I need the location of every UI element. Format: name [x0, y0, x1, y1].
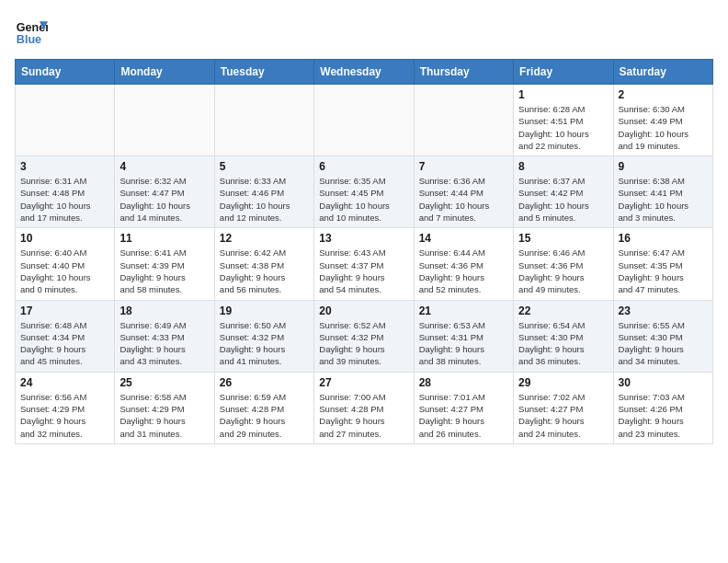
- day-info: Sunrise: 6:49 AMSunset: 4:33 PMDaylight:…: [119, 319, 209, 368]
- day-number: 5: [220, 160, 309, 173]
- day-number: 8: [518, 160, 608, 173]
- calendar-cell: 16Sunrise: 6:47 AMSunset: 4:35 PMDayligh…: [613, 228, 712, 300]
- day-info: Sunrise: 7:03 AMSunset: 4:26 PMDaylight:…: [619, 391, 708, 440]
- day-header-tuesday: Tuesday: [214, 60, 313, 85]
- calendar-cell: 19Sunrise: 6:50 AMSunset: 4:32 PMDayligh…: [214, 300, 313, 372]
- calendar-cell: 5Sunrise: 6:33 AMSunset: 4:46 PMDaylight…: [214, 156, 313, 228]
- day-number: 23: [619, 304, 708, 317]
- day-info: Sunrise: 6:50 AMSunset: 4:32 PMDaylight:…: [220, 319, 309, 368]
- day-number: 17: [20, 304, 109, 317]
- calendar-week-4: 24Sunrise: 6:56 AMSunset: 4:29 PMDayligh…: [16, 372, 713, 443]
- day-header-monday: Monday: [115, 60, 214, 85]
- day-header-sunday: Sunday: [16, 60, 115, 85]
- calendar-cell: [214, 85, 313, 156]
- day-info: Sunrise: 6:58 AMSunset: 4:29 PMDaylight:…: [119, 391, 209, 440]
- calendar-cell: 17Sunrise: 6:48 AMSunset: 4:34 PMDayligh…: [16, 300, 115, 372]
- day-number: 16: [619, 232, 708, 245]
- day-info: Sunrise: 7:00 AMSunset: 4:28 PMDaylight:…: [319, 391, 408, 440]
- day-number: 30: [619, 376, 708, 389]
- day-number: 14: [419, 232, 508, 245]
- calendar-cell: 24Sunrise: 6:56 AMSunset: 4:29 PMDayligh…: [16, 372, 115, 443]
- calendar-cell: 22Sunrise: 6:54 AMSunset: 4:30 PMDayligh…: [514, 300, 613, 372]
- calendar-week-2: 10Sunrise: 6:40 AMSunset: 4:40 PMDayligh…: [16, 228, 713, 300]
- day-number: 26: [220, 376, 309, 389]
- day-info: Sunrise: 6:38 AMSunset: 4:41 PMDaylight:…: [619, 175, 708, 224]
- day-number: 9: [619, 160, 708, 173]
- calendar-cell: [115, 85, 214, 156]
- calendar-cell: 13Sunrise: 6:43 AMSunset: 4:37 PMDayligh…: [314, 228, 414, 300]
- page-header: General Blue: [15, 15, 713, 48]
- calendar-cell: 2Sunrise: 6:30 AMSunset: 4:49 PMDaylight…: [613, 85, 712, 156]
- calendar-cell: 26Sunrise: 6:59 AMSunset: 4:28 PMDayligh…: [214, 372, 313, 443]
- calendar-cell: 18Sunrise: 6:49 AMSunset: 4:33 PMDayligh…: [115, 300, 214, 372]
- day-number: 4: [119, 160, 209, 173]
- calendar-cell: 7Sunrise: 6:36 AMSunset: 4:44 PMDaylight…: [414, 156, 513, 228]
- calendar-header-row: SundayMondayTuesdayWednesdayThursdayFrid…: [16, 60, 713, 85]
- calendar-cell: 1Sunrise: 6:28 AMSunset: 4:51 PMDaylight…: [514, 85, 613, 156]
- day-info: Sunrise: 6:59 AMSunset: 4:28 PMDaylight:…: [220, 391, 309, 440]
- day-info: Sunrise: 6:55 AMSunset: 4:30 PMDaylight:…: [619, 319, 708, 368]
- logo: General Blue: [15, 15, 48, 48]
- day-number: 21: [419, 304, 508, 317]
- day-number: 12: [220, 232, 309, 245]
- day-info: Sunrise: 6:28 AMSunset: 4:51 PMDaylight:…: [518, 103, 608, 152]
- day-header-friday: Friday: [514, 60, 613, 85]
- day-header-saturday: Saturday: [613, 60, 712, 85]
- day-number: 19: [220, 304, 309, 317]
- day-header-wednesday: Wednesday: [314, 60, 414, 85]
- day-info: Sunrise: 6:32 AMSunset: 4:47 PMDaylight:…: [119, 175, 209, 224]
- calendar-cell: [314, 85, 414, 156]
- calendar-cell: 6Sunrise: 6:35 AMSunset: 4:45 PMDaylight…: [314, 156, 414, 228]
- day-number: 6: [319, 160, 408, 173]
- calendar-cell: 9Sunrise: 6:38 AMSunset: 4:41 PMDaylight…: [613, 156, 712, 228]
- day-number: 18: [119, 304, 209, 317]
- calendar-cell: 12Sunrise: 6:42 AMSunset: 4:38 PMDayligh…: [214, 228, 313, 300]
- day-number: 28: [419, 376, 508, 389]
- calendar-cell: 15Sunrise: 6:46 AMSunset: 4:36 PMDayligh…: [514, 228, 613, 300]
- calendar-week-3: 17Sunrise: 6:48 AMSunset: 4:34 PMDayligh…: [16, 300, 713, 372]
- calendar-cell: 27Sunrise: 7:00 AMSunset: 4:28 PMDayligh…: [314, 372, 414, 443]
- day-number: 10: [20, 232, 109, 245]
- day-number: 1: [518, 88, 608, 101]
- calendar-table: SundayMondayTuesdayWednesdayThursdayFrid…: [15, 59, 713, 444]
- day-info: Sunrise: 6:54 AMSunset: 4:30 PMDaylight:…: [518, 319, 608, 368]
- calendar-cell: 4Sunrise: 6:32 AMSunset: 4:47 PMDaylight…: [115, 156, 214, 228]
- calendar-cell: 3Sunrise: 6:31 AMSunset: 4:48 PMDaylight…: [16, 156, 115, 228]
- calendar-cell: 25Sunrise: 6:58 AMSunset: 4:29 PMDayligh…: [115, 372, 214, 443]
- day-number: 2: [619, 88, 708, 101]
- calendar-cell: 11Sunrise: 6:41 AMSunset: 4:39 PMDayligh…: [115, 228, 214, 300]
- day-number: 24: [20, 376, 109, 389]
- calendar-cell: 21Sunrise: 6:53 AMSunset: 4:31 PMDayligh…: [414, 300, 513, 372]
- day-info: Sunrise: 6:33 AMSunset: 4:46 PMDaylight:…: [220, 175, 309, 224]
- day-number: 7: [419, 160, 508, 173]
- day-number: 29: [518, 376, 608, 389]
- day-info: Sunrise: 6:36 AMSunset: 4:44 PMDaylight:…: [419, 175, 508, 224]
- calendar-cell: 20Sunrise: 6:52 AMSunset: 4:32 PMDayligh…: [314, 300, 414, 372]
- day-info: Sunrise: 6:42 AMSunset: 4:38 PMDaylight:…: [220, 247, 309, 295]
- calendar-cell: 29Sunrise: 7:02 AMSunset: 4:27 PMDayligh…: [514, 372, 613, 443]
- day-info: Sunrise: 6:31 AMSunset: 4:48 PMDaylight:…: [20, 175, 109, 224]
- day-number: 3: [20, 160, 109, 173]
- calendar-cell: 14Sunrise: 6:44 AMSunset: 4:36 PMDayligh…: [414, 228, 513, 300]
- day-info: Sunrise: 6:53 AMSunset: 4:31 PMDaylight:…: [419, 319, 508, 368]
- calendar-cell: 8Sunrise: 6:37 AMSunset: 4:42 PMDaylight…: [514, 156, 613, 228]
- calendar-cell: 23Sunrise: 6:55 AMSunset: 4:30 PMDayligh…: [613, 300, 712, 372]
- day-info: Sunrise: 6:40 AMSunset: 4:40 PMDaylight:…: [20, 247, 109, 295]
- day-number: 11: [119, 232, 209, 245]
- calendar-cell: 10Sunrise: 6:40 AMSunset: 4:40 PMDayligh…: [16, 228, 115, 300]
- day-info: Sunrise: 7:02 AMSunset: 4:27 PMDaylight:…: [518, 391, 608, 440]
- day-info: Sunrise: 6:37 AMSunset: 4:42 PMDaylight:…: [518, 175, 608, 224]
- day-number: 20: [319, 304, 408, 317]
- calendar-week-0: 1Sunrise: 6:28 AMSunset: 4:51 PMDaylight…: [16, 85, 713, 156]
- svg-text:Blue: Blue: [17, 33, 41, 46]
- day-header-thursday: Thursday: [414, 60, 513, 85]
- calendar-week-1: 3Sunrise: 6:31 AMSunset: 4:48 PMDaylight…: [16, 156, 713, 228]
- day-number: 22: [518, 304, 608, 317]
- day-info: Sunrise: 6:48 AMSunset: 4:34 PMDaylight:…: [20, 319, 109, 368]
- day-number: 27: [319, 376, 408, 389]
- calendar-cell: [414, 85, 513, 156]
- day-info: Sunrise: 6:56 AMSunset: 4:29 PMDaylight:…: [20, 391, 109, 440]
- day-info: Sunrise: 6:35 AMSunset: 4:45 PMDaylight:…: [319, 175, 408, 224]
- day-number: 15: [518, 232, 608, 245]
- day-info: Sunrise: 6:43 AMSunset: 4:37 PMDaylight:…: [319, 247, 408, 295]
